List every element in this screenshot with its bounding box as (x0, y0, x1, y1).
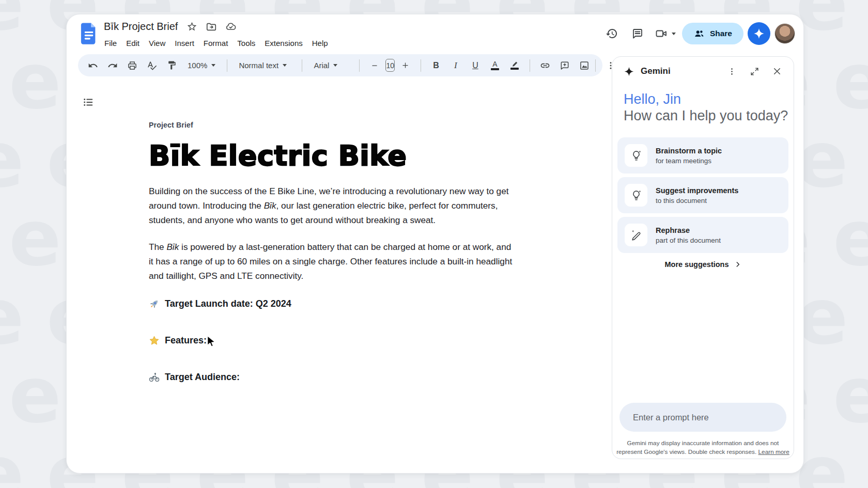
gemini-panel-spark-icon (624, 66, 634, 77)
doc-features-line[interactable]: Features: (149, 335, 517, 346)
google-docs-window: Bīk Project Brief File Edit View Insert … (66, 14, 804, 474)
add-comment-icon[interactable] (556, 57, 574, 74)
suggestion-card-improvements[interactable]: Suggest improvements to this document (617, 177, 788, 213)
increase-font-size-icon[interactable] (397, 57, 414, 74)
gemini-greeting-question: How can I help you today? (624, 107, 788, 124)
formatting-toolbar: 100% Normal text Arial 10 B I U A (78, 54, 602, 76)
gemini-spark-icon (753, 27, 765, 40)
font-family-value: Arial (314, 61, 329, 70)
italic-icon[interactable]: I (447, 57, 464, 74)
learn-more-link[interactable]: Learn more (758, 448, 789, 455)
paragraph-style-caret-icon (283, 64, 287, 67)
doc-paragraph-1[interactable]: Building on the success of the E Bike Li… (149, 184, 517, 227)
card-subtitle: part of this document (656, 237, 721, 244)
toolbar-divider (421, 59, 421, 72)
zoom-select[interactable]: 100% (182, 57, 221, 74)
menu-view[interactable]: View (144, 36, 170, 50)
menu-help[interactable]: Help (307, 36, 333, 50)
star-emoji-icon (149, 335, 160, 346)
menu-file[interactable]: File (100, 36, 121, 50)
insert-link-icon[interactable] (536, 57, 554, 74)
mouse-cursor (205, 335, 218, 348)
underline-icon[interactable]: U (467, 57, 484, 74)
menu-edit[interactable]: Edit (121, 36, 144, 50)
suggestion-card-brainstorm[interactable]: Brainstorm a topic for team meetings (617, 137, 788, 174)
font-family-select[interactable]: Arial (308, 57, 353, 74)
insert-image-icon[interactable] (576, 57, 593, 74)
gemini-close-icon[interactable] (772, 66, 782, 76)
document-canvas[interactable]: Project Brief Bīk Electric Bike Building… (149, 121, 517, 383)
share-button-label: Share (710, 29, 732, 38)
font-size-field[interactable]: 10 (385, 59, 395, 72)
card-subtitle: to this document (656, 197, 738, 204)
zoom-caret-icon (211, 64, 215, 67)
bold-icon[interactable]: B (427, 57, 445, 74)
paragraph-style-value: Normal text (239, 61, 278, 70)
paragraph-style-select[interactable]: Normal text (234, 57, 296, 74)
google-docs-logo-icon[interactable] (80, 22, 98, 45)
rocket-icon (149, 298, 160, 309)
font-family-caret-icon (333, 64, 337, 67)
move-folder-icon[interactable] (206, 21, 217, 33)
comments-icon[interactable] (627, 23, 648, 44)
pencil-spark-icon (625, 224, 647, 246)
video-call-icon[interactable] (653, 23, 670, 44)
gemini-side-panel: Gemini Hello, Jin How can I help you tod… (612, 56, 794, 459)
menu-tools[interactable]: Tools (233, 36, 260, 50)
lightbulb-spark-icon (625, 144, 647, 167)
share-button[interactable]: Share (682, 23, 743, 44)
gemini-greeting-name: Hello, Jin (624, 91, 788, 107)
paint-format-icon[interactable] (163, 57, 180, 74)
star-icon[interactable] (186, 21, 197, 33)
toolbar-divider (302, 59, 302, 72)
suggestion-card-rephrase[interactable]: Rephrase part of this document (617, 217, 788, 253)
spell-check-icon[interactable] (143, 57, 161, 74)
toolbar-divider (359, 59, 360, 72)
background-letter: e (0, 278, 24, 355)
account-avatar[interactable] (774, 23, 795, 44)
doc-paragraph-2[interactable]: The Bīk is powered by a last-generation … (149, 240, 517, 283)
toolbar-divider (595, 59, 596, 72)
gemini-greeting: Hello, Jin How can I help you today? (624, 91, 788, 124)
gemini-more-options-icon[interactable] (726, 66, 737, 76)
background-letter: e (833, 356, 868, 434)
zoom-value: 100% (188, 61, 207, 70)
doc-launch-line[interactable]: Target Launch date: Q2 2024 (149, 298, 517, 309)
redo-icon[interactable] (104, 57, 121, 74)
decrease-font-size-icon[interactable] (366, 57, 383, 74)
cloud-saved-icon[interactable] (225, 21, 237, 33)
version-history-icon[interactable] (601, 23, 623, 44)
card-title: Brainstorm a topic (656, 147, 722, 155)
background-letter: e (833, 42, 868, 120)
print-icon[interactable] (123, 57, 141, 74)
doc-audience-line[interactable]: Target Audience: (149, 372, 517, 383)
gemini-spark-button[interactable] (748, 22, 770, 45)
toolbar-divider (227, 59, 227, 72)
join-call-control[interactable] (653, 23, 678, 44)
video-call-dropdown-icon[interactable] (672, 33, 676, 35)
menu-extensions[interactable]: Extensions (260, 36, 307, 50)
bicycle-icon (149, 372, 160, 383)
background-letter: e (0, 435, 24, 488)
background-letter: e (9, 199, 61, 277)
gemini-prompt-box[interactable] (619, 403, 786, 432)
gemini-expand-icon[interactable] (749, 66, 760, 76)
card-title: Rephrase (656, 226, 721, 234)
share-people-icon (693, 28, 705, 39)
chevron-right-icon (734, 261, 741, 268)
highlight-color-icon[interactable] (506, 57, 523, 74)
text-color-icon[interactable]: A (486, 57, 504, 74)
document-outline-icon[interactable] (81, 95, 96, 109)
gemini-disclaimer: Gemini may display inaccurate informatio… (616, 439, 789, 456)
doc-eyebrow[interactable]: Project Brief (149, 121, 517, 129)
background-letter: e (9, 356, 61, 434)
menu-insert[interactable]: Insert (170, 36, 199, 50)
menu-format[interactable]: Format (199, 36, 233, 50)
gemini-prompt-input[interactable] (619, 413, 786, 422)
more-suggestions-button[interactable]: More suggestions (612, 260, 794, 269)
document-title[interactable]: Bīk Project Brief (104, 21, 178, 33)
background-letter: e (0, 121, 24, 198)
background-letter: e (9, 42, 61, 120)
undo-icon[interactable] (84, 57, 102, 74)
doc-heading[interactable]: Bīk Electric Bike (149, 140, 517, 171)
